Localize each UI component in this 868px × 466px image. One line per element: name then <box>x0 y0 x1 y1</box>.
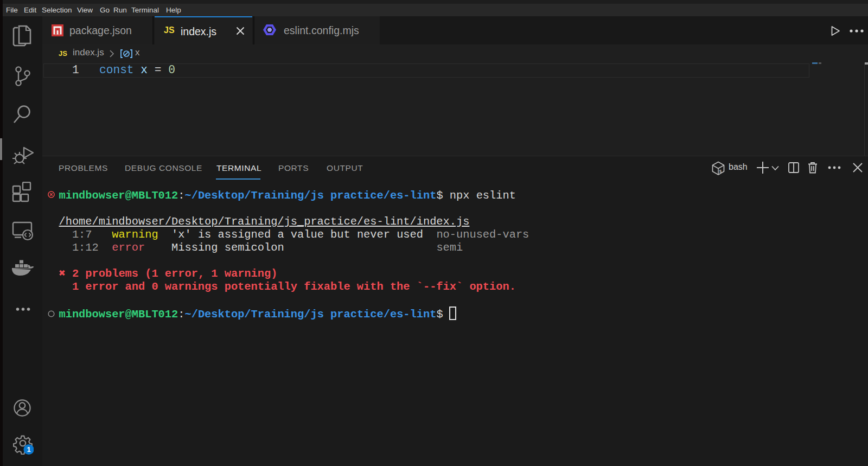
svg-text:$: $ <box>719 169 722 174</box>
svg-text:1: 1 <box>27 445 30 454</box>
